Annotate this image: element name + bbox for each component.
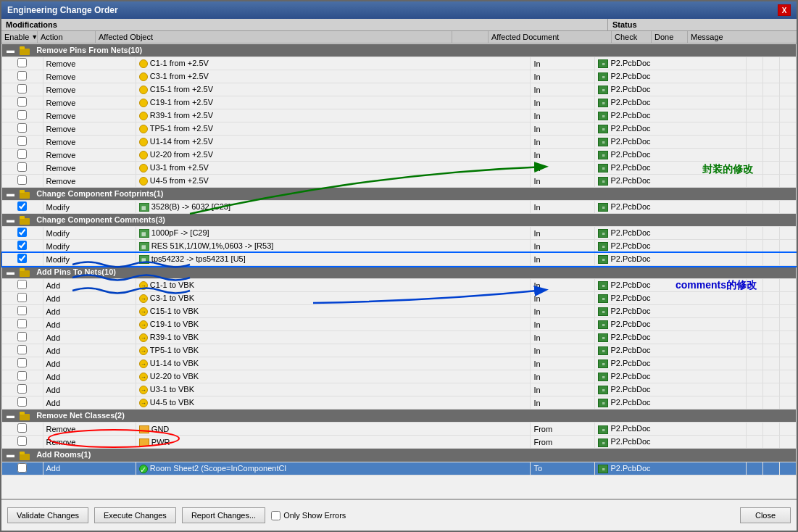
col-affected-obj-header: Affected Object (96, 31, 452, 43)
cell-affected-doc: ≡P2.PcbDoc (595, 136, 746, 149)
cell-check (746, 96, 762, 109)
pcbdoc-icon: ≡ (598, 255, 608, 264)
cell-action: Remove (43, 175, 136, 188)
cell-enable (2, 175, 43, 188)
enable-checkbox[interactable] (17, 332, 27, 341)
cell-message (779, 149, 796, 162)
cell-check (746, 149, 762, 162)
report-changes-button[interactable]: Report Changes... (182, 507, 265, 523)
cell-message (779, 357, 796, 370)
enable-checkbox[interactable] (17, 71, 27, 80)
folder-icon (20, 411, 33, 420)
cell-action: Remove (43, 83, 136, 96)
enable-checkbox[interactable] (17, 423, 27, 433)
cell-in: In (531, 331, 595, 344)
enable-checkbox[interactable] (17, 123, 27, 133)
cell-message (779, 109, 796, 122)
cell-check (746, 383, 762, 396)
cell-action: Remove (43, 122, 136, 136)
cell-action: Remove (43, 70, 136, 83)
enable-checkbox[interactable] (17, 463, 27, 473)
enable-checkbox[interactable] (17, 228, 27, 237)
close-button[interactable]: Close (740, 507, 791, 523)
cell-affected-obj: →C1-1 to VBK (136, 279, 531, 292)
cell-affected-obj: ▦3528(B) -> 6032 [C23] (136, 201, 531, 214)
section-header-cell: ▬ Remove Pins From Nets(10) (2, 44, 797, 57)
collapse-icon[interactable]: ▬ (7, 267, 14, 276)
cell-action: Remove (43, 109, 136, 122)
cell-enable (2, 201, 43, 214)
cell-enable (2, 149, 43, 162)
cell-affected-doc: ≡P2.PcbDoc (595, 162, 746, 175)
collapse-icon[interactable]: ▬ (7, 411, 14, 420)
collapse-icon[interactable]: ▬ (7, 46, 14, 54)
enable-checkbox[interactable] (17, 254, 27, 263)
validate-changes-button[interactable]: Validate Changes (7, 507, 88, 523)
cell-action: Add (43, 396, 136, 410)
cell-done (762, 370, 779, 383)
cell-done (762, 292, 779, 305)
cell-action: Remove (43, 423, 136, 436)
section-header-row: ▬ Add Rooms(1) (2, 449, 797, 462)
cell-in: In (531, 227, 595, 240)
cell-enable (2, 357, 43, 370)
cell-check (746, 122, 762, 136)
cell-done (762, 96, 779, 109)
cell-affected-doc: ≡P2.PcbDoc (595, 175, 746, 188)
cell-message (779, 227, 796, 240)
pin-add-icon: → (139, 281, 148, 290)
collapse-icon[interactable]: ▬ (7, 450, 14, 459)
pin-icon (139, 59, 148, 68)
enable-checkbox[interactable] (17, 149, 27, 159)
enable-checkbox[interactable] (17, 136, 27, 146)
cell-in: In (531, 70, 595, 83)
cell-enable (2, 383, 43, 396)
enable-checkbox[interactable] (17, 280, 27, 289)
cell-affected-doc: ≡P2.PcbDoc (595, 253, 746, 266)
cell-done (762, 136, 779, 149)
enable-checkbox[interactable] (17, 162, 27, 172)
table-scroll[interactable]: ▬ Remove Pins From Nets(10) Remove C1-1 … (1, 43, 797, 499)
component-icon: ▦ (139, 203, 149, 212)
cell-done (762, 423, 779, 436)
enable-checkbox[interactable] (17, 358, 27, 367)
cell-in: In (531, 318, 595, 331)
enable-checkbox[interactable] (17, 319, 27, 328)
pcbdoc-icon: ≡ (598, 177, 608, 186)
pcbdoc-icon: ≡ (598, 242, 608, 251)
enable-checkbox[interactable] (17, 397, 27, 407)
cell-enable (2, 253, 43, 266)
enable-checkbox[interactable] (17, 175, 27, 185)
enable-checkbox[interactable] (17, 241, 27, 250)
enable-checkbox[interactable] (17, 345, 27, 354)
only-show-errors-checkbox[interactable] (271, 511, 280, 520)
table-row: Add →R39-1 to VBK In ≡P2.PcbDoc (2, 331, 797, 344)
enable-checkbox[interactable] (17, 58, 27, 67)
enable-checkbox[interactable] (17, 436, 27, 446)
cell-check (746, 201, 762, 214)
sort-icon: ▼ (31, 33, 38, 41)
enable-checkbox[interactable] (17, 371, 27, 381)
enable-checkbox[interactable] (17, 84, 27, 93)
cell-enable (2, 292, 43, 305)
collapse-icon[interactable]: ▬ (7, 189, 14, 198)
enable-checkbox[interactable] (17, 384, 27, 394)
cell-affected-obj: →U3-1 to VBK (136, 383, 531, 396)
only-show-errors-label[interactable]: Only Show Errors (271, 511, 346, 520)
enable-checkbox[interactable] (17, 293, 27, 302)
cell-affected-obj: ▦RES 51K,1/10W,1%,0603 -> [R53] (136, 240, 531, 253)
enable-checkbox[interactable] (17, 110, 27, 120)
enable-checkbox[interactable] (17, 97, 27, 107)
enable-checkbox[interactable] (17, 201, 27, 211)
cell-action: Remove (43, 136, 136, 149)
cell-enable (2, 57, 43, 70)
cell-affected-obj: U4-5 from +2.5V (136, 175, 531, 188)
collapse-icon[interactable]: ▬ (7, 215, 14, 224)
cell-check (746, 318, 762, 331)
window-close-button[interactable]: X (778, 4, 791, 16)
cell-check (746, 396, 762, 410)
col-in-header (452, 31, 489, 43)
execute-changes-button[interactable]: Execute Changes (94, 507, 176, 523)
pcbdoc-icon: ≡ (598, 399, 608, 407)
enable-checkbox[interactable] (17, 306, 27, 315)
